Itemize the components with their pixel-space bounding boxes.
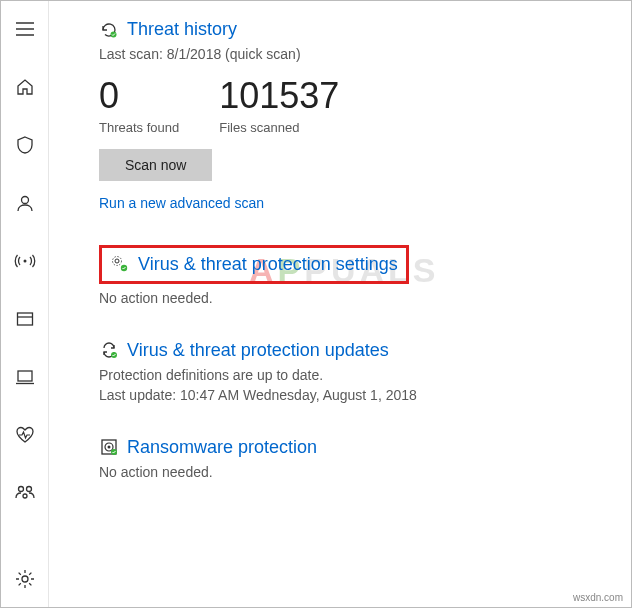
protection-updates-status: Protection definitions are up to date. — [99, 367, 611, 383]
ransomware-status: No action needed. — [99, 464, 611, 480]
main-content: APPUALS Threat history Last scan: 8/1/20… — [49, 1, 631, 607]
updates-icon — [99, 340, 119, 360]
sidebar-item-family-options[interactable] — [5, 473, 45, 513]
gear-icon — [15, 569, 35, 589]
hamburger-icon — [16, 22, 34, 36]
sidebar-item-home[interactable] — [5, 67, 45, 107]
person-icon — [15, 193, 35, 213]
svg-point-12 — [22, 576, 28, 582]
protection-settings-section: Virus & threat protection settings No ac… — [99, 245, 611, 306]
svg-point-20 — [108, 446, 111, 449]
wifi-icon — [14, 251, 36, 271]
shield-icon — [15, 135, 35, 155]
files-scanned-label: Files scanned — [219, 120, 339, 135]
attribution-text: wsxdn.com — [573, 592, 623, 603]
files-scanned-stat: 101537 Files scanned — [219, 76, 339, 135]
protection-updates-last: Last update: 10:47 AM Wednesday, August … — [99, 387, 611, 403]
settings-button[interactable] — [5, 559, 45, 599]
svg-point-11 — [23, 494, 27, 498]
sidebar-item-firewall[interactable] — [5, 241, 45, 281]
family-icon — [14, 483, 36, 503]
threat-history-title[interactable]: Threat history — [127, 19, 237, 40]
threats-found-label: Threats found — [99, 120, 179, 135]
ransomware-section: Ransomware protection No action needed. — [99, 437, 611, 480]
protection-updates-title[interactable]: Virus & threat protection updates — [127, 340, 389, 361]
files-scanned-value: 101537 — [219, 76, 339, 116]
sidebar — [1, 1, 49, 607]
threats-found-value: 0 — [99, 76, 179, 116]
svg-point-3 — [21, 197, 28, 204]
ransomware-title[interactable]: Ransomware protection — [127, 437, 317, 458]
sidebar-item-app-browser[interactable] — [5, 299, 45, 339]
threat-history-section: Threat history Last scan: 8/1/2018 (quic… — [99, 19, 611, 211]
heart-icon — [15, 425, 35, 445]
svg-point-4 — [23, 260, 26, 263]
svg-rect-5 — [17, 313, 32, 325]
advanced-scan-link[interactable]: Run a new advanced scan — [99, 195, 611, 211]
svg-point-10 — [26, 487, 31, 492]
sidebar-item-device-performance[interactable] — [5, 415, 45, 455]
hamburger-menu-button[interactable] — [5, 9, 45, 49]
protection-settings-status: No action needed. — [99, 290, 611, 306]
settings-gears-icon — [110, 254, 130, 274]
scan-now-button[interactable]: Scan now — [99, 149, 212, 181]
protection-updates-section: Virus & threat protection updates Protec… — [99, 340, 611, 403]
svg-point-15 — [113, 257, 122, 266]
device-icon — [15, 367, 35, 387]
home-icon — [15, 77, 35, 97]
window-icon — [15, 309, 35, 329]
threats-found-stat: 0 Threats found — [99, 76, 179, 135]
protection-settings-title[interactable]: Virus & threat protection settings — [138, 254, 398, 275]
highlight-box: Virus & threat protection settings — [99, 245, 409, 284]
svg-point-9 — [18, 487, 23, 492]
history-icon — [99, 20, 119, 40]
svg-rect-7 — [18, 371, 32, 381]
svg-point-14 — [115, 259, 119, 263]
sidebar-item-account-protection[interactable] — [5, 183, 45, 223]
sidebar-item-device-security[interactable] — [5, 357, 45, 397]
last-scan-text: Last scan: 8/1/2018 (quick scan) — [99, 46, 611, 62]
ransomware-icon — [99, 437, 119, 457]
sidebar-item-virus-protection[interactable] — [5, 125, 45, 165]
